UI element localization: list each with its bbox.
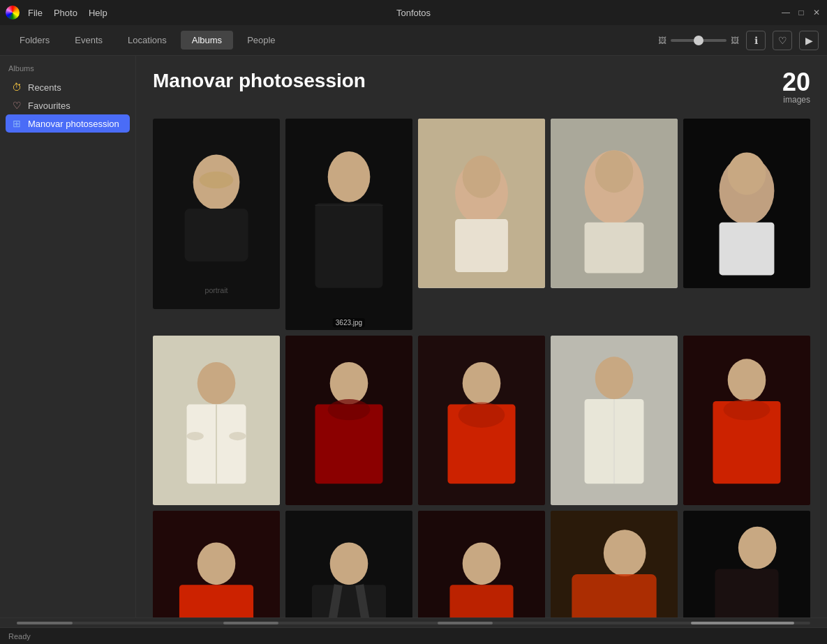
photo-filename: 3623.jpg — [333, 318, 365, 327]
photo-item[interactable] — [551, 511, 678, 617]
svg-point-34 — [459, 403, 505, 428]
svg-point-28 — [330, 362, 368, 405]
status-text: Ready — [8, 632, 31, 641]
sidebar: Albums ⏱ Recents ♡ Favourites ⊞ Manovar … — [0, 56, 136, 617]
titlebar-left: File Photo Help — [6, 6, 107, 20]
svg-point-40 — [728, 359, 766, 402]
svg-point-53 — [463, 542, 501, 585]
photo-item[interactable] — [418, 336, 545, 505]
tab-folders[interactable]: Folders — [8, 31, 61, 50]
svg-point-22 — [198, 362, 236, 405]
sidebar-item-manovar-label: Manovar photosession — [28, 119, 119, 129]
svg-point-25 — [187, 432, 204, 440]
favourites-button[interactable]: ♡ — [773, 31, 792, 50]
svg-point-26 — [229, 432, 246, 440]
svg-point-44 — [198, 542, 236, 585]
menu-help[interactable]: Help — [89, 8, 107, 18]
svg-point-6 — [328, 151, 371, 202]
app-logo-icon — [6, 6, 20, 20]
image-count-number: 20 — [782, 70, 810, 95]
scroll-thumb-4[interactable] — [691, 622, 794, 624]
main-area: Albums ⏱ Recents ♡ Favourites ⊞ Manovar … — [0, 56, 827, 617]
zoom-slider[interactable] — [671, 39, 727, 42]
menu-file[interactable]: File — [28, 8, 43, 18]
photo-item[interactable] — [683, 336, 810, 505]
info-button[interactable]: ℹ — [746, 31, 766, 50]
sidebar-item-recents-label: Recents — [28, 82, 61, 93]
photo-item[interactable] — [551, 119, 678, 288]
photo-grid: portrait 3623.jpg — [153, 119, 810, 617]
sidebar-item-recents[interactable]: ⏱ Recents — [6, 78, 130, 96]
close-button[interactable]: ✕ — [812, 8, 821, 17]
tab-locations[interactable]: Locations — [117, 31, 178, 50]
image-count-label: images — [782, 95, 810, 105]
window-controls: — □ ✕ — [781, 8, 821, 17]
menu-bar: File Photo Help — [28, 8, 107, 18]
svg-point-58 — [604, 530, 646, 576]
svg-rect-49 — [312, 585, 386, 617]
titlebar: File Photo Help Tonfotos — □ ✕ — [0, 0, 827, 25]
svg-point-19 — [728, 153, 766, 195]
toolbar-right: 🖼 🖼 ℹ ♡ ▶ — [658, 31, 819, 50]
play-button[interactable]: ▶ — [799, 31, 819, 50]
tab-albums[interactable]: Albums — [181, 31, 233, 50]
svg-rect-64 — [715, 569, 779, 617]
svg-point-42 — [724, 399, 770, 420]
scroll-thumb-3[interactable] — [438, 622, 493, 624]
photo-item[interactable]: 3623.jpg — [285, 119, 412, 330]
scroll-track[interactable] — [17, 622, 810, 624]
scroll-thumb-1[interactable] — [17, 622, 73, 624]
svg-point-3 — [200, 172, 234, 188]
photo-item[interactable] — [418, 511, 545, 617]
zoom-slider-thumb[interactable] — [694, 36, 703, 45]
sidebar-item-favourites[interactable]: ♡ Favourites — [6, 96, 130, 114]
sidebar-item-favourites-label: Favourites — [28, 100, 70, 111]
statusbar: Ready — [0, 627, 827, 644]
svg-rect-7 — [315, 203, 382, 287]
content-area[interactable]: Manovar photosession 20 images portrait — [136, 56, 827, 617]
svg-point-30 — [328, 399, 371, 420]
tab-bar: Folders Events Locations Albums People — [8, 31, 287, 50]
zoom-large-icon: 🖼 — [731, 36, 739, 45]
photo-item[interactable] — [285, 336, 412, 505]
tab-events[interactable]: Events — [64, 31, 114, 50]
photo-item[interactable] — [153, 336, 280, 505]
toolbar: Folders Events Locations Albums People 🖼… — [0, 25, 827, 56]
svg-rect-12 — [455, 219, 508, 272]
heart-icon: ♡ — [11, 100, 22, 111]
photo-item[interactable] — [683, 511, 810, 617]
photo-item[interactable]: portrait — [153, 119, 280, 309]
photo-item[interactable] — [285, 511, 412, 617]
sidebar-item-manovar[interactable]: ⊞ Manovar photosession — [6, 114, 130, 133]
minimize-button[interactable]: — — [781, 8, 791, 17]
content-header: Manovar photosession 20 images — [153, 70, 810, 105]
scroll-thumb-2[interactable] — [223, 622, 279, 624]
photo-item[interactable] — [551, 336, 678, 505]
svg-point-32 — [463, 362, 501, 405]
photo-item[interactable] — [683, 119, 810, 288]
svg-rect-45 — [179, 585, 253, 617]
svg-point-48 — [330, 542, 368, 585]
svg-point-63 — [738, 527, 777, 569]
zoom-slider-container: 🖼 🖼 — [658, 36, 739, 45]
sidebar-section-label: Albums — [6, 64, 130, 73]
app-title: Tonfotos — [396, 8, 431, 18]
menu-photo[interactable]: Photo — [54, 8, 77, 18]
recents-icon: ⏱ — [11, 82, 22, 93]
maximize-button[interactable]: □ — [796, 8, 806, 17]
svg-rect-2 — [185, 209, 248, 262]
svg-point-36 — [595, 357, 634, 400]
svg-rect-20 — [720, 223, 775, 276]
zoom-small-icon: 🖼 — [658, 36, 666, 45]
svg-point-15 — [595, 150, 634, 193]
image-count-container: 20 images — [782, 70, 810, 105]
album-title: Manovar photosession — [153, 70, 366, 92]
bottom-scrollbar[interactable] — [0, 617, 827, 627]
photo-item[interactable] — [418, 119, 545, 288]
photo-item[interactable] — [153, 511, 280, 617]
svg-rect-59 — [572, 574, 656, 617]
svg-rect-16 — [585, 223, 644, 274]
album-icon: ⊞ — [11, 118, 22, 129]
svg-rect-54 — [450, 585, 514, 617]
tab-people[interactable]: People — [236, 31, 286, 50]
